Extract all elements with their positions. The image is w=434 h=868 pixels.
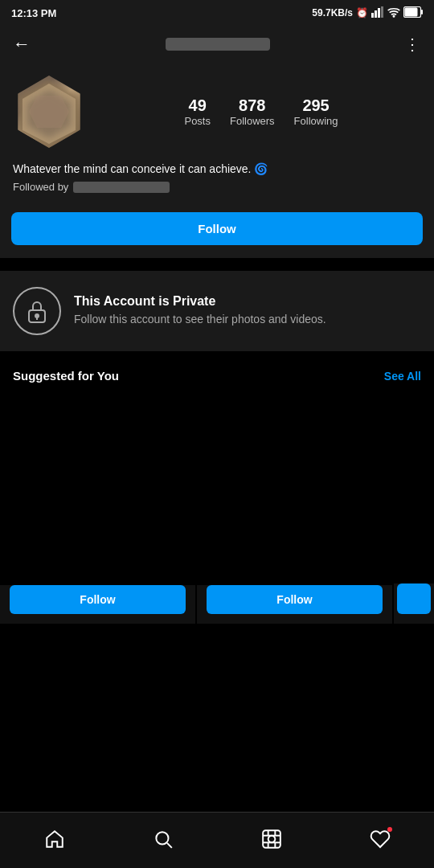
status-time: 12:13 PM: [11, 7, 56, 19]
svg-rect-1: [375, 10, 377, 18]
battery-icon: [403, 6, 423, 20]
following-stat[interactable]: 295 Following: [294, 96, 338, 127]
card-bg-2: [197, 391, 392, 585]
svg-rect-6: [421, 10, 423, 14]
followers-stat[interactable]: 878 Followers: [230, 96, 275, 127]
posts-count: 49: [189, 96, 207, 115]
svg-point-4: [393, 15, 394, 16]
suggested-follow-button-1[interactable]: Follow: [10, 585, 186, 614]
private-info: This Account is Private Follow this acco…: [74, 294, 326, 328]
status-bar: 12:13 PM 59.7KB/s ⏰: [0, 0, 434, 26]
followers-label: Followers: [230, 115, 275, 127]
svg-rect-7: [405, 7, 418, 16]
suggested-cards: Follow Follow: [0, 391, 434, 624]
svg-rect-17: [263, 830, 280, 848]
following-label: Following: [294, 115, 338, 127]
divider-2: [0, 351, 434, 358]
see-all-button[interactable]: See All: [384, 370, 421, 383]
posts-label: Posts: [184, 115, 211, 127]
signal-icon: [371, 6, 384, 20]
following-count: 295: [302, 96, 329, 115]
card-bg-3: [394, 391, 434, 583]
svg-point-13: [35, 314, 39, 317]
search-icon: [153, 829, 174, 850]
svg-point-15: [156, 832, 168, 844]
suggested-card-3: [394, 391, 434, 624]
svg-line-16: [166, 842, 171, 847]
activity-nav-item[interactable]: [370, 829, 391, 850]
private-account-title: This Account is Private: [74, 294, 326, 309]
svg-rect-0: [371, 13, 374, 18]
avatar-image: [13, 76, 85, 148]
suggested-card-2: Follow: [197, 391, 392, 624]
follow-section: Follow: [0, 204, 434, 258]
network-speed: 59.7KB/s: [312, 7, 353, 18]
posts-stat[interactable]: 49 Posts: [184, 96, 211, 127]
search-nav-item[interactable]: [153, 829, 174, 850]
suggested-header: Suggested for You See All: [0, 358, 434, 391]
username-blur: [166, 38, 270, 51]
back-button[interactable]: ←: [13, 34, 31, 55]
suggested-title: Suggested for You: [13, 369, 119, 383]
divider-1: [0, 258, 434, 264]
suggested-card-1: Follow: [0, 391, 195, 624]
wifi-icon: [387, 6, 400, 20]
notification-dot: [387, 827, 392, 832]
private-account-section: This Account is Private Follow this acco…: [0, 271, 434, 351]
reels-icon: [261, 829, 282, 850]
avatar: [13, 76, 85, 148]
svg-point-18: [268, 835, 275, 842]
followed-by: Followed by: [13, 181, 421, 193]
status-right: 59.7KB/s ⏰: [312, 6, 423, 20]
bottom-spacer: [0, 624, 434, 688]
lock-circle: [13, 287, 61, 335]
followed-by-label: Followed by: [13, 181, 68, 193]
more-options-button[interactable]: ⋮: [404, 35, 421, 54]
follow-button[interactable]: Follow: [11, 212, 423, 245]
home-icon: [44, 829, 65, 850]
clock-icon: ⏰: [356, 7, 368, 18]
suggested-follow-button-3-partial: [397, 583, 431, 614]
top-nav: ← ⋮: [0, 26, 434, 63]
svg-rect-2: [378, 8, 380, 18]
suggested-follow-button-2[interactable]: Follow: [207, 585, 383, 614]
stats-container: 49 Posts 878 Followers 295 Following: [101, 96, 421, 127]
reels-nav-item[interactable]: [261, 829, 282, 850]
heart-icon: [370, 829, 391, 850]
bio-section: Whatever the mind can conceive it can ac…: [0, 156, 434, 204]
followed-by-name-blur: [73, 182, 170, 193]
followers-count: 878: [239, 96, 265, 115]
bottom-nav: [0, 812, 434, 868]
svg-marker-11: [29, 96, 69, 128]
private-account-description: Follow this account to see their photos …: [74, 312, 326, 328]
card-bg-1: [0, 391, 195, 585]
svg-rect-3: [381, 6, 383, 18]
bio-text: Whatever the mind can conceive it can ac…: [13, 161, 421, 178]
home-nav-item[interactable]: [44, 829, 65, 850]
profile-header: 49 Posts 878 Followers 295 Following: [0, 63, 434, 156]
